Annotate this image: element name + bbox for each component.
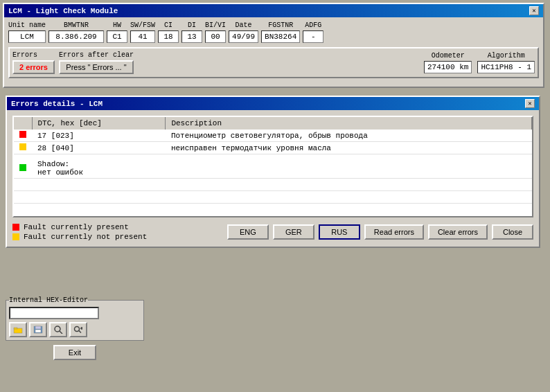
swfsw-label: SW/FSW: [130, 21, 155, 29]
di-value: 13: [181, 30, 202, 43]
hex-find-button[interactable]: [49, 322, 67, 337]
fgstnr-value: BN38264: [261, 30, 300, 43]
empty-row-2: [14, 191, 532, 204]
legend: Fault currently present Fault currently …: [12, 223, 147, 241]
bmwtnr-col: BMWTNR 8.386.209: [48, 21, 104, 43]
algorithm-col: Algorithm HC11PH8 - 1: [477, 52, 535, 73]
dtc-header: DTC, hex [dec]: [32, 117, 166, 130]
indicator-cell-1: [14, 130, 32, 142]
fgstnr-col: FGSTNR BN38264: [261, 21, 300, 43]
hex-icons-row: [9, 322, 141, 337]
legend-fault-present: Fault currently present: [12, 223, 147, 231]
info-grid: Unit name LCM BMWTNR 8.386.209 HW C1 SW/…: [8, 21, 539, 43]
svg-rect-3: [35, 326, 41, 329]
di-col: DI 13: [181, 21, 202, 43]
odometer-section: Odometer 274100 km Algorithm HC11PH8 - 1: [424, 52, 535, 73]
ger-button[interactable]: GER: [273, 224, 314, 240]
hex-editor-legend: Internal HEX-Editor: [9, 296, 88, 304]
empty-row-3: [14, 204, 532, 216]
rus-button[interactable]: RUS: [319, 224, 360, 240]
unit-name-col: Unit name LCM: [8, 21, 46, 43]
eng-button[interactable]: ENG: [227, 224, 269, 240]
table-row: 17 [023] Потенциометр световегулятора, о…: [14, 130, 532, 142]
hex-editor-section: Internal HEX-Editor Exit: [6, 296, 144, 360]
hex-input[interactable]: [9, 307, 99, 319]
svg-point-5: [55, 326, 60, 332]
ci-value: 18: [158, 30, 179, 43]
read-errors-button[interactable]: Read errors: [364, 224, 424, 240]
description-header: Description: [166, 117, 532, 130]
hw-col: HW C1: [107, 21, 127, 43]
shadow-value: нет ошибок: [37, 168, 83, 177]
button-group: ENG GER RUS Read errors Clear errors Clo…: [227, 224, 533, 240]
odometer-col: Odometer 274100 km: [424, 52, 472, 73]
description-cell-2: неисправен термодатчик уровня масла: [166, 142, 532, 154]
unit-name-label: Unit name: [8, 21, 46, 29]
svg-rect-4: [35, 330, 41, 332]
svg-line-8: [79, 331, 81, 333]
clear-errors-button[interactable]: Clear errors: [428, 224, 488, 240]
hex-find-next-button[interactable]: [69, 322, 87, 337]
date-col: Date 49/99: [229, 21, 258, 43]
dialog-title-bar: Errors details - LCM ✕: [7, 97, 539, 110]
legend-fault-not-present: Fault currently not present: [12, 233, 147, 241]
indicator-cell-2: [14, 142, 32, 154]
ci-label: CI: [158, 21, 179, 29]
main-window-title: LCM - Light Check Module: [8, 7, 118, 15]
odometer-value: 274100 km: [424, 61, 472, 73]
errors-row: Errors 2 errors Errors after clear Press…: [8, 47, 539, 78]
exit-button[interactable]: Exit: [53, 345, 96, 360]
yellow-indicator: [19, 143, 26, 150]
main-window: LCM - Light Check Module ✕ Unit name LCM…: [3, 3, 544, 88]
title-bar-buttons: ✕: [529, 6, 539, 15]
hex-save-button[interactable]: [29, 322, 47, 337]
algorithm-label: Algorithm: [477, 52, 535, 60]
swfsw-col: SW/FSW 41: [130, 21, 155, 43]
errors-section: Errors 2 errors: [12, 51, 55, 74]
shadow-indicator-cell: [14, 154, 32, 179]
hex-open-button[interactable]: [9, 322, 27, 337]
unit-name-value: LCM: [8, 30, 46, 43]
shadow-desc: [166, 154, 532, 179]
bottom-row: Fault currently present Fault currently …: [12, 223, 533, 241]
green-indicator: [19, 164, 26, 171]
shadow-row: Shadow: нет ошибок: [14, 154, 532, 179]
hw-value: C1: [107, 30, 127, 43]
close-button[interactable]: Close: [492, 224, 533, 240]
adfg-col: ADFG -: [303, 21, 323, 43]
shadow-label-text: Shadow:: [37, 160, 69, 168]
hw-label: HW: [107, 21, 127, 29]
press-errors-button[interactable]: Press " Errors ... ": [59, 60, 134, 74]
main-title-bar: LCM - Light Check Module ✕: [4, 4, 543, 17]
hex-editor-fieldset: Internal HEX-Editor: [6, 296, 144, 341]
red-indicator: [19, 131, 26, 138]
bivi-label: BI/VI: [205, 21, 226, 29]
dialog-title: Errors details - LCM: [11, 100, 103, 108]
legend-fault-not-present-label: Fault currently not present: [24, 233, 147, 241]
svg-line-6: [60, 331, 62, 334]
di-label: DI: [181, 21, 202, 29]
description-cell-1: Потенциометр световегулятора, обрыв пров…: [166, 130, 532, 142]
empty-row-1: [14, 179, 532, 191]
odometer-label: Odometer: [424, 52, 472, 60]
table-row: 28 [040] неисправен термодатчик уровня м…: [14, 142, 532, 154]
ci-col: CI 18: [158, 21, 179, 43]
dialog-close-button[interactable]: ✕: [525, 99, 535, 108]
dtc-cell-2: 28 [040]: [32, 142, 166, 154]
adfg-value: -: [303, 30, 323, 43]
bivi-value: 00: [205, 30, 226, 43]
bmwtnr-value: 8.386.209: [48, 30, 104, 43]
close-button[interactable]: ✕: [529, 6, 539, 15]
legend-yellow-icon: [12, 233, 19, 240]
svg-rect-1: [14, 328, 17, 329]
dtc-table-container: DTC, hex [dec] Description 17 [023] Поте…: [12, 116, 533, 217]
errors-after-clear-section: Errors after clear Press " Errors ... ": [59, 51, 134, 74]
dtc-table: DTC, hex [dec] Description 17 [023] Поте…: [14, 117, 532, 216]
error-count-button[interactable]: 2 errors: [12, 60, 55, 74]
errors-label: Errors: [12, 51, 55, 59]
details-dialog: Errors details - LCM ✕ DTC, hex [dec] De…: [6, 96, 540, 248]
indicator-header: [14, 117, 32, 130]
dtc-cell-1: 17 [023]: [32, 130, 166, 142]
bivi-col: BI/VI 00: [205, 21, 226, 43]
date-label: Date: [229, 21, 258, 29]
